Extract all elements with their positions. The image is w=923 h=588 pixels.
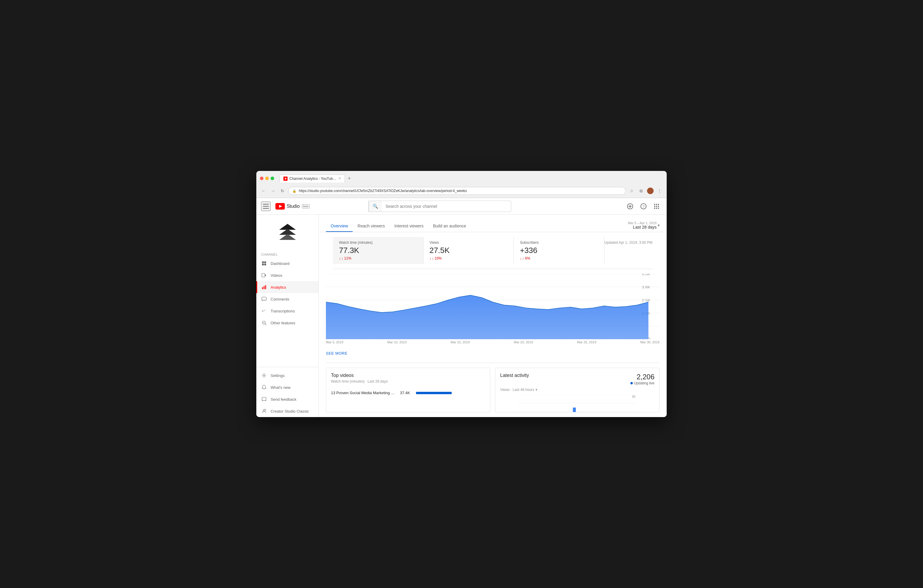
sidebar-item-analytics[interactable]: Analytics xyxy=(256,281,319,293)
tab-interest-viewers[interactable]: Interest viewers xyxy=(389,220,428,232)
date-range-label: Mar 5 – Apr 1, 2019 xyxy=(628,221,657,225)
video-title: 13 Proven Social Media Marketing Tips f.… xyxy=(331,391,396,395)
x-label-0: Mar 5, 2019 xyxy=(326,340,343,344)
refresh-button[interactable]: ↻ xyxy=(279,187,286,194)
subtitle-dropdown-icon[interactable]: ▾ xyxy=(535,388,537,392)
date-range-value: Last 28 days xyxy=(633,225,657,230)
svg-point-39 xyxy=(263,409,265,411)
x-label-4: Mar 25, 2019 xyxy=(577,340,596,344)
create-video-button[interactable] xyxy=(624,200,636,212)
video-row[interactable]: 13 Proven Social Media Marketing Tips f.… xyxy=(331,388,485,397)
subscribers-label: Subscribers xyxy=(520,240,598,245)
tab-overview[interactable]: Overview xyxy=(326,220,353,232)
svg-line-33 xyxy=(265,324,266,325)
apps-button[interactable] xyxy=(651,201,662,212)
studio-label: Studio xyxy=(287,204,300,209)
whats-new-label: What's new xyxy=(271,385,291,390)
browser-window: Channel Analytics - YouTube S ✕ + ← → ↻ … xyxy=(256,171,667,417)
sidebar-item-send-feedback[interactable]: Send feedback xyxy=(256,393,319,405)
channel-logo-area xyxy=(256,215,319,250)
views-change-pct: ↓ 10% xyxy=(432,256,442,260)
chart-x-labels: Mar 5, 2019 Mar 10, 2019 Mar 15, 2019 Ma… xyxy=(326,339,660,344)
hamburger-line xyxy=(263,204,269,205)
tab-build-audience[interactable]: Build an audience xyxy=(428,220,471,232)
content-area: Overview Reach viewers Interest viewers … xyxy=(319,215,667,417)
sidebar-item-videos[interactable]: Videos xyxy=(256,269,319,281)
settings-label: Settings xyxy=(271,373,284,378)
menu-icon[interactable]: ⋮ xyxy=(656,187,663,194)
sidebar-divider xyxy=(256,367,319,367)
creator-studio-icon xyxy=(261,408,267,414)
help-button[interactable]: ? xyxy=(638,201,649,212)
creator-studio-label: Creator Studio Classic xyxy=(271,409,309,414)
dashboard-label: Dashboard xyxy=(271,261,290,266)
hamburger-menu-button[interactable] xyxy=(261,202,271,211)
chart-area xyxy=(326,295,649,339)
layers-icon[interactable]: ⧉ xyxy=(637,187,645,194)
new-tab-button[interactable]: + xyxy=(345,174,353,183)
x-label-5: Mar 30, 2019 xyxy=(640,340,660,344)
active-tab[interactable]: Channel Analytics - YouTube S ✕ xyxy=(279,174,345,182)
updated-text: Updated Apr 1, 2019, 3:00 PM xyxy=(604,237,652,248)
watch-time-change: ↓ ↓ 11% xyxy=(339,256,417,260)
settings-icon xyxy=(261,373,267,378)
bookmark-icon[interactable]: ☆ xyxy=(628,187,635,194)
videos-icon xyxy=(261,272,267,278)
sidebar-item-other-features[interactable]: Other features xyxy=(256,317,319,329)
sidebar-item-transcriptions[interactable]: Xᴬ Transcriptions xyxy=(256,305,319,317)
live-badge: Updating live xyxy=(631,381,654,385)
sidebar-item-comments[interactable]: Comments xyxy=(256,293,319,305)
sidebar-item-settings[interactable]: Settings xyxy=(256,370,319,381)
watch-time-value: 77.3K xyxy=(339,246,417,255)
search-icon[interactable]: 🔍 xyxy=(369,201,382,212)
sidebar-item-creator-studio[interactable]: Creator Studio Classic xyxy=(256,405,319,417)
tab-title: Channel Analytics - YouTube S xyxy=(289,177,337,181)
subscribers-change-pct: ↓ 6% xyxy=(522,256,530,260)
views-change: ↓ ↓ 10% xyxy=(429,256,507,260)
tab-close-button[interactable]: ✕ xyxy=(338,177,341,181)
activity-header: Latest activity 2,206 Updating live xyxy=(495,368,659,388)
apps-icon xyxy=(653,203,660,210)
stats-section: Watch time (minutes) 77.3K ↓ ↓ 11% Views… xyxy=(333,237,652,269)
sidebar-item-dashboard[interactable]: Dashboard xyxy=(256,258,319,269)
close-button[interactable] xyxy=(260,177,263,180)
top-videos-content: 13 Proven Social Media Marketing Tips f.… xyxy=(326,386,490,400)
maximize-button[interactable] xyxy=(271,177,274,180)
svg-rect-10 xyxy=(656,204,657,205)
svg-text:2.5K: 2.5K xyxy=(642,299,650,302)
analytics-header: Overview Reach viewers Interest viewers … xyxy=(319,215,667,232)
back-button[interactable]: ← xyxy=(260,187,267,194)
top-videos-subtitle: Watch time (minutes) · Last 28 days xyxy=(331,379,485,383)
search-bar[interactable]: 🔍 xyxy=(368,200,511,212)
svg-rect-15 xyxy=(654,207,655,209)
chart-section: 5.0K 3.8K 2.5K 1.3K 0 xyxy=(326,269,660,349)
svg-marker-26 xyxy=(265,274,266,276)
svg-rect-56 xyxy=(573,407,576,412)
sidebar-item-whats-new[interactable]: What's new xyxy=(256,381,319,393)
tab-reach-viewers[interactable]: Reach viewers xyxy=(353,220,389,232)
user-avatar[interactable] xyxy=(647,187,654,194)
svg-rect-11 xyxy=(658,204,659,205)
stats-watch-time[interactable]: Watch time (minutes) 77.3K ↓ ↓ 11% xyxy=(333,237,424,264)
app-header: Studio beta 🔍 xyxy=(256,198,667,215)
x-label-2: Mar 15, 2019 xyxy=(450,340,470,344)
address-bar[interactable]: 🔒 https://studio.youtube.com/channel/UCf… xyxy=(288,187,626,195)
subscribers-change: ↓ ↓ 6% xyxy=(520,256,598,260)
analytics-icon xyxy=(261,284,267,290)
yt-icon xyxy=(275,203,285,210)
bottom-panels: Top videos Watch time (minutes) · Last 2… xyxy=(326,368,660,412)
see-more-button[interactable]: SEE MORE xyxy=(326,349,660,358)
sidebar-channel-label: Channel xyxy=(256,250,319,258)
svg-rect-16 xyxy=(656,207,657,209)
minimize-button[interactable] xyxy=(265,177,269,180)
date-range-picker[interactable]: Mar 5 – Apr 1, 2019 Last 28 days ▾ xyxy=(628,221,660,232)
other-features-label: Other features xyxy=(271,321,295,325)
forward-button[interactable]: → xyxy=(269,187,276,194)
other-features-icon xyxy=(261,320,267,326)
stats-views[interactable]: Views 27.5K ↓ ↓ 10% xyxy=(424,237,514,264)
latest-activity-panel: Latest activity 2,206 Updating live xyxy=(495,368,660,412)
search-input[interactable] xyxy=(382,202,511,211)
stats-subscribers[interactable]: Subscribers +336 ↓ ↓ 6% xyxy=(514,237,604,264)
activity-chart-svg: 90 xyxy=(500,394,654,412)
top-videos-title: Top videos xyxy=(331,373,485,378)
